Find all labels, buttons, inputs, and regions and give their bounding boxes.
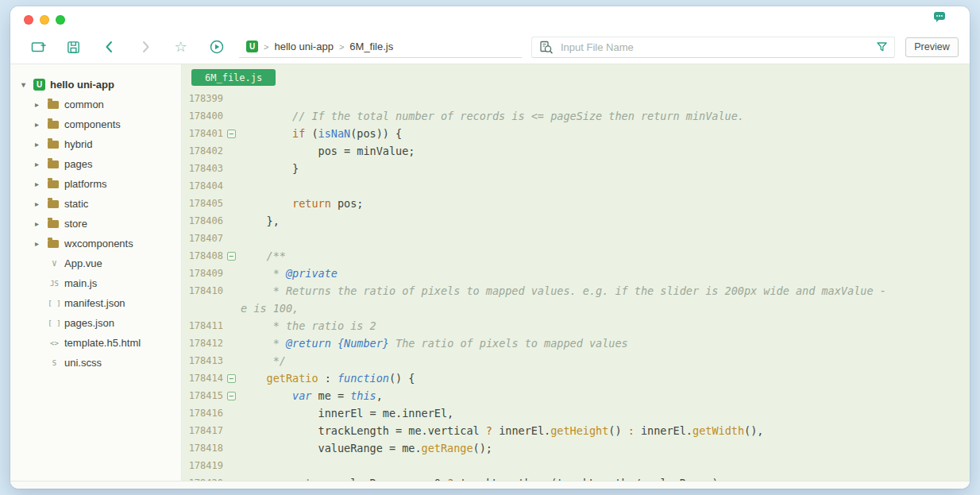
code-text[interactable]: trackLength = me.vertical ? innerEl.getH… — [239, 424, 763, 437]
line-number: 178404 — [182, 180, 223, 191]
star-icon: ☆ — [174, 40, 187, 54]
tree-item-main-js[interactable]: JSmain.js — [10, 273, 181, 293]
uniapp-logo-icon: U — [246, 41, 258, 52]
code-text[interactable]: pos = minValue; — [239, 145, 415, 157]
line-number: 178411 — [182, 320, 223, 331]
tree-item-components[interactable]: ▸components — [10, 114, 181, 134]
code-line: 178415 var me = this, — [182, 387, 970, 404]
tree-item-pages-json[interactable]: [ ]pages.json — [10, 313, 181, 333]
breadcrumb-project[interactable]: hello uni-app — [274, 41, 333, 52]
line-number: 178407 — [182, 233, 223, 244]
line-number: 178399 — [182, 93, 223, 104]
tree-item-hello-uni-app[interactable]: ▾Uhello uni-app — [10, 75, 181, 95]
code-text[interactable]: getRatio : function() { — [239, 372, 415, 385]
breadcrumb-separator: > — [339, 42, 344, 52]
chevron-down-icon[interactable]: ▾ — [21, 80, 33, 89]
html-file-icon: <> — [48, 339, 61, 347]
code-text[interactable]: // If the total number of records is <= … — [239, 110, 744, 122]
tree-item-common[interactable]: ▸common — [10, 95, 181, 114]
code-text[interactable]: var me = this, — [239, 389, 383, 402]
run-icon — [209, 39, 225, 55]
fold-marker-icon[interactable] — [223, 374, 239, 383]
tree-item-hybrid[interactable]: ▸hybrid — [10, 134, 181, 154]
code-line: 178410 * Returns the ratio of pixels to … — [182, 282, 970, 300]
tree-item-label: platforms — [64, 178, 106, 190]
search-input[interactable] — [559, 41, 870, 54]
chevron-right-icon[interactable]: ▸ — [35, 140, 47, 149]
close-button[interactable] — [24, 15, 33, 25]
code-line: 178412 * @return {Number} The ratio of p… — [182, 335, 970, 352]
code-line: 178409 * @private — [182, 265, 970, 282]
line-number: 178410 — [182, 285, 223, 296]
line-number: 178418 — [182, 443, 223, 454]
chevron-right-icon[interactable]: ▸ — [35, 160, 47, 168]
run-button[interactable] — [199, 33, 234, 60]
fold-marker-icon[interactable] — [223, 252, 239, 261]
fold-marker-icon[interactable] — [223, 130, 239, 138]
tree-item-label: main.js — [64, 277, 97, 289]
tab-6m-file-js[interactable]: 6M_file.js — [191, 69, 276, 86]
tree-item-label: hybrid — [64, 138, 92, 150]
fold-marker-icon[interactable] — [223, 392, 239, 400]
filter-icon[interactable] — [876, 41, 888, 52]
tree-item-manifest-json[interactable]: [ ]manifest.json — [10, 293, 181, 313]
chevron-right-icon[interactable]: ▸ — [35, 120, 47, 129]
save-button[interactable] — [56, 33, 91, 60]
back-button[interactable] — [91, 33, 127, 60]
tree-item-label: pages — [64, 158, 92, 170]
breadcrumb-file[interactable]: 6M_file.js — [349, 41, 393, 52]
titlebar — [10, 6, 970, 30]
code-text[interactable]: * Returns the ratio of pixels to mapped … — [239, 284, 886, 297]
chevron-right-icon[interactable]: ▸ — [35, 239, 47, 248]
chevron-right-icon[interactable]: ▸ — [35, 100, 47, 109]
tree-item-label: components — [64, 118, 121, 130]
chevron-right-icon[interactable]: ▸ — [35, 180, 47, 188]
tree-item-platforms[interactable]: ▸platforms — [10, 174, 181, 194]
code-text[interactable]: e is 100, — [239, 302, 299, 315]
code-line: 178404 — [182, 177, 970, 195]
chevron-right-icon[interactable]: ▸ — [35, 199, 47, 208]
save-icon — [66, 40, 81, 55]
code-text[interactable]: * @private — [239, 267, 338, 280]
forward-button[interactable] — [127, 33, 163, 60]
file-tree: ▾Uhello uni-app▸common▸components▸hybrid… — [10, 75, 181, 373]
code-text[interactable]: return pos; — [239, 197, 363, 210]
folder-icon — [48, 200, 59, 208]
tree-item-store[interactable]: ▸store — [10, 214, 181, 234]
favorite-button[interactable]: ☆ — [163, 33, 199, 60]
code-line: 178399 — [182, 90, 970, 107]
search-file-icon — [538, 40, 554, 55]
code-line: 178413 */ — [182, 352, 970, 369]
chevron-right-icon[interactable]: ▸ — [35, 219, 47, 228]
code-text[interactable]: if (isNaN(pos)) { — [239, 127, 402, 140]
code-text[interactable]: * @return {Number} The ratio of pixels t… — [239, 337, 628, 350]
line-number: 178408 — [182, 250, 223, 261]
tree-item-template-h5-html[interactable]: <>template.h5.html — [10, 333, 181, 353]
tree-item-label: uni.scss — [64, 357, 102, 369]
code-text[interactable]: valueRange = me.getRange(); — [239, 442, 492, 454]
code-text[interactable]: innerEl = me.innerEl, — [239, 407, 453, 420]
feedback-icon[interactable] — [934, 12, 946, 22]
preview-button[interactable]: Preview — [905, 37, 959, 57]
line-number: 178414 — [182, 373, 223, 384]
tree-item-label: manifest.json — [64, 297, 125, 309]
tree-item-pages[interactable]: ▸pages — [10, 154, 181, 174]
tree-item-static[interactable]: ▸static — [10, 194, 181, 214]
minimize-button[interactable] — [40, 15, 49, 25]
code-text[interactable]: }, — [239, 215, 280, 227]
bottom-scrollbar-strip[interactable] — [10, 481, 970, 489]
zoom-button[interactable] — [56, 15, 65, 25]
new-project-button[interactable] — [20, 33, 56, 60]
code-text[interactable]: /** — [239, 249, 286, 262]
code-text[interactable]: * the ratio is 2 — [239, 319, 376, 332]
project-sidebar: ▾Uhello uni-app▸common▸components▸hybrid… — [10, 64, 182, 481]
code-text[interactable]: */ — [239, 354, 286, 367]
tree-item-wxcomponents[interactable]: ▸wxcomponents — [10, 234, 181, 253]
line-number: 178413 — [182, 355, 223, 366]
code-line: 178414 getRatio : function() { — [182, 369, 970, 387]
code-text[interactable]: } — [239, 162, 299, 175]
line-number: 178406 — [182, 215, 223, 226]
tree-item-app-vue[interactable]: VApp.vue — [10, 253, 181, 273]
tree-item-uni-scss[interactable]: Suni.scss — [10, 353, 181, 373]
tree-item-label: wxcomponents — [64, 238, 133, 249]
